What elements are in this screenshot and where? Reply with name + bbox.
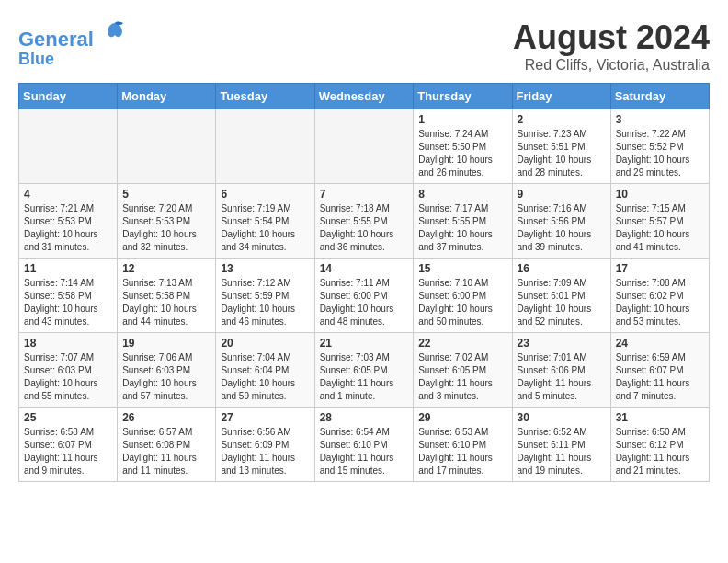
day-info: Sunrise: 7:02 AM Sunset: 6:05 PM Dayligh… [418, 351, 506, 403]
calendar-cell: 1Sunrise: 7:24 AM Sunset: 5:50 PM Daylig… [414, 109, 512, 184]
calendar-cell: 10Sunrise: 7:15 AM Sunset: 5:57 PM Dayli… [610, 184, 709, 259]
month-year-title: August 2024 [513, 18, 710, 57]
col-header-saturday: Saturday [610, 84, 709, 109]
logo-general: General [18, 28, 94, 51]
day-info: Sunrise: 7:08 AM Sunset: 6:02 PM Dayligh… [616, 277, 704, 328]
week-row-2: 4Sunrise: 7:21 AM Sunset: 5:53 PM Daylig… [19, 184, 710, 259]
calendar-cell: 30Sunrise: 6:52 AM Sunset: 6:11 PM Dayli… [512, 408, 610, 482]
calendar-cell [19, 109, 118, 184]
day-number: 15 [418, 262, 506, 275]
col-header-tuesday: Tuesday [216, 84, 314, 109]
calendar-header-row: SundayMondayTuesdayWednesdayThursdayFrid… [19, 84, 710, 109]
calendar-cell: 4Sunrise: 7:21 AM Sunset: 5:53 PM Daylig… [19, 184, 118, 259]
day-number: 16 [518, 262, 606, 275]
calendar-cell: 25Sunrise: 6:58 AM Sunset: 6:07 PM Dayli… [19, 408, 118, 482]
calendar-cell: 26Sunrise: 6:57 AM Sunset: 6:08 PM Dayli… [118, 408, 216, 482]
calendar-cell: 29Sunrise: 6:53 AM Sunset: 6:10 PM Dayli… [414, 408, 512, 482]
calendar-cell [216, 109, 314, 184]
day-info: Sunrise: 7:18 AM Sunset: 5:55 PM Dayligh… [320, 202, 409, 254]
col-header-friday: Friday [512, 84, 610, 109]
day-number: 5 [122, 188, 210, 201]
calendar-cell: 24Sunrise: 6:59 AM Sunset: 6:07 PM Dayli… [610, 333, 709, 408]
day-info: Sunrise: 7:07 AM Sunset: 6:03 PM Dayligh… [24, 351, 112, 403]
calendar-cell: 12Sunrise: 7:13 AM Sunset: 5:58 PM Dayli… [118, 259, 216, 333]
day-info: Sunrise: 7:16 AM Sunset: 5:56 PM Dayligh… [518, 202, 606, 254]
day-number: 21 [320, 337, 409, 350]
day-number: 17 [616, 262, 704, 275]
day-number: 10 [616, 188, 704, 201]
calendar-cell: 14Sunrise: 7:11 AM Sunset: 6:00 PM Dayli… [314, 259, 414, 333]
day-info: Sunrise: 7:04 AM Sunset: 6:04 PM Dayligh… [221, 351, 309, 403]
col-header-sunday: Sunday [19, 84, 118, 109]
day-number: 3 [616, 113, 704, 126]
calendar-cell: 19Sunrise: 7:06 AM Sunset: 6:03 PM Dayli… [118, 333, 216, 408]
calendar-cell: 9Sunrise: 7:16 AM Sunset: 5:56 PM Daylig… [512, 184, 610, 259]
day-number: 4 [24, 188, 112, 201]
day-number: 25 [24, 411, 112, 424]
calendar-cell: 31Sunrise: 6:50 AM Sunset: 6:12 PM Dayli… [610, 408, 709, 482]
page-header: General Blue August 2024 Red Cliffs, Vic… [18, 18, 710, 74]
day-info: Sunrise: 6:50 AM Sunset: 6:12 PM Dayligh… [616, 426, 704, 477]
day-number: 18 [24, 337, 112, 350]
calendar-cell [118, 109, 216, 184]
calendar-cell: 6Sunrise: 7:19 AM Sunset: 5:54 PM Daylig… [216, 184, 314, 259]
day-number: 27 [221, 411, 309, 424]
day-number: 19 [122, 337, 210, 350]
day-info: Sunrise: 7:23 AM Sunset: 5:51 PM Dayligh… [518, 128, 606, 179]
day-number: 29 [418, 411, 506, 424]
day-info: Sunrise: 6:59 AM Sunset: 6:07 PM Dayligh… [616, 351, 704, 403]
day-number: 6 [221, 188, 309, 201]
day-number: 2 [518, 113, 606, 126]
calendar-cell: 18Sunrise: 7:07 AM Sunset: 6:03 PM Dayli… [19, 333, 118, 408]
day-info: Sunrise: 7:11 AM Sunset: 6:00 PM Dayligh… [320, 277, 409, 328]
calendar-cell: 8Sunrise: 7:17 AM Sunset: 5:55 PM Daylig… [414, 184, 512, 259]
day-number: 23 [518, 337, 606, 350]
day-number: 20 [221, 337, 309, 350]
week-row-5: 25Sunrise: 6:58 AM Sunset: 6:07 PM Dayli… [19, 408, 710, 482]
day-number: 12 [122, 262, 210, 275]
calendar-cell [314, 109, 414, 184]
logo-bird-icon [101, 18, 129, 46]
calendar-cell: 11Sunrise: 7:14 AM Sunset: 5:58 PM Dayli… [19, 259, 118, 333]
col-header-thursday: Thursday [414, 84, 512, 109]
calendar-cell: 27Sunrise: 6:56 AM Sunset: 6:09 PM Dayli… [216, 408, 314, 482]
day-number: 28 [320, 411, 409, 424]
day-number: 22 [418, 337, 506, 350]
day-number: 14 [320, 262, 409, 275]
col-header-monday: Monday [118, 84, 216, 109]
calendar-cell: 16Sunrise: 7:09 AM Sunset: 6:01 PM Dayli… [512, 259, 610, 333]
day-info: Sunrise: 6:57 AM Sunset: 6:08 PM Dayligh… [122, 426, 210, 477]
day-info: Sunrise: 7:24 AM Sunset: 5:50 PM Dayligh… [418, 128, 506, 179]
logo-blue: Blue [18, 51, 129, 69]
logo: General Blue [18, 18, 129, 69]
calendar-cell: 13Sunrise: 7:12 AM Sunset: 5:59 PM Dayli… [216, 259, 314, 333]
day-number: 26 [122, 411, 210, 424]
location-subtitle: Red Cliffs, Victoria, Australia [513, 57, 710, 74]
day-info: Sunrise: 7:19 AM Sunset: 5:54 PM Dayligh… [221, 202, 309, 254]
day-info: Sunrise: 6:52 AM Sunset: 6:11 PM Dayligh… [518, 426, 606, 477]
day-info: Sunrise: 7:12 AM Sunset: 5:59 PM Dayligh… [221, 277, 309, 328]
day-info: Sunrise: 7:01 AM Sunset: 6:06 PM Dayligh… [518, 351, 606, 403]
day-info: Sunrise: 7:20 AM Sunset: 5:53 PM Dayligh… [122, 202, 210, 254]
col-header-wednesday: Wednesday [314, 84, 414, 109]
day-info: Sunrise: 6:56 AM Sunset: 6:09 PM Dayligh… [221, 426, 309, 477]
calendar-cell: 28Sunrise: 6:54 AM Sunset: 6:10 PM Dayli… [314, 408, 414, 482]
week-row-1: 1Sunrise: 7:24 AM Sunset: 5:50 PM Daylig… [19, 109, 710, 184]
day-number: 30 [518, 411, 606, 424]
day-info: Sunrise: 7:21 AM Sunset: 5:53 PM Dayligh… [24, 202, 112, 254]
week-row-4: 18Sunrise: 7:07 AM Sunset: 6:03 PM Dayli… [19, 333, 710, 408]
calendar-cell: 3Sunrise: 7:22 AM Sunset: 5:52 PM Daylig… [610, 109, 709, 184]
calendar-cell: 23Sunrise: 7:01 AM Sunset: 6:06 PM Dayli… [512, 333, 610, 408]
calendar-cell: 15Sunrise: 7:10 AM Sunset: 6:00 PM Dayli… [414, 259, 512, 333]
day-info: Sunrise: 7:03 AM Sunset: 6:05 PM Dayligh… [320, 351, 409, 403]
day-info: Sunrise: 6:53 AM Sunset: 6:10 PM Dayligh… [418, 426, 506, 477]
day-info: Sunrise: 7:15 AM Sunset: 5:57 PM Dayligh… [616, 202, 704, 254]
week-row-3: 11Sunrise: 7:14 AM Sunset: 5:58 PM Dayli… [19, 259, 710, 333]
calendar-table: SundayMondayTuesdayWednesdayThursdayFrid… [18, 83, 710, 482]
day-number: 11 [24, 262, 112, 275]
calendar-cell: 20Sunrise: 7:04 AM Sunset: 6:04 PM Dayli… [216, 333, 314, 408]
day-info: Sunrise: 6:58 AM Sunset: 6:07 PM Dayligh… [24, 426, 112, 477]
day-number: 9 [518, 188, 606, 201]
day-info: Sunrise: 6:54 AM Sunset: 6:10 PM Dayligh… [320, 426, 409, 477]
day-info: Sunrise: 7:06 AM Sunset: 6:03 PM Dayligh… [122, 351, 210, 403]
